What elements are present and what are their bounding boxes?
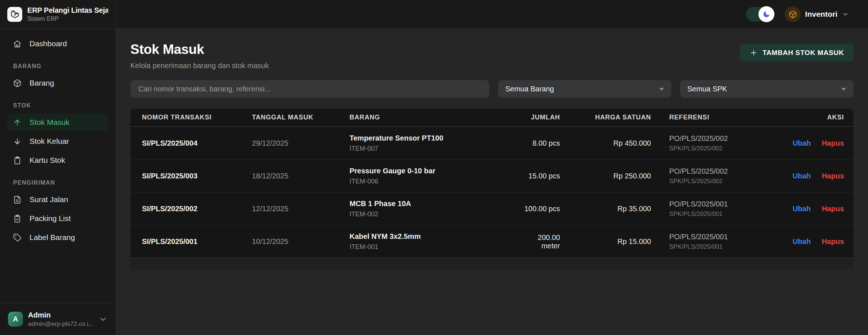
delete-link[interactable]: Hapus <box>822 172 844 180</box>
cell-nomor-transaksi: SI/PLS/2025/001 <box>142 237 252 246</box>
sidebar-item-dashboard[interactable]: Dashboard <box>7 35 108 52</box>
edit-link[interactable]: Ubah <box>793 172 811 180</box>
column-header-referensi: REFERENSI <box>651 114 782 121</box>
column-header-nomor: NOMOR TRANSAKSI <box>142 114 252 121</box>
sidebar-item-barang[interactable]: Barang <box>7 75 108 91</box>
sidebar-section-pengiriman: PENGIRIMAN <box>7 180 108 186</box>
cell-tanggal-masuk: 29/12/2025 <box>252 139 350 147</box>
clipboard-check-icon <box>13 214 21 223</box>
main-content: Stok Masuk Kelola penerimaan barang dan … <box>116 29 868 335</box>
dark-mode-toggle[interactable] <box>746 7 774 21</box>
spk-filter-select[interactable]: Semua SPK <box>680 80 853 98</box>
cell-referensi: PO/PLS/2025/002 SPK/PLS/2025/002 <box>651 134 782 152</box>
arrow-down-icon <box>13 137 21 146</box>
sidebar-item-label: Surat Jalan <box>29 195 68 204</box>
cell-jumlah: 8.00 pcs <box>520 139 560 147</box>
plus-icon <box>750 49 758 57</box>
cell-nomor-transaksi: SI/PLS/2025/003 <box>142 172 252 180</box>
chevron-down-icon <box>99 315 107 324</box>
cell-nomor-transaksi: SI/PLS/2025/002 <box>142 205 252 213</box>
app-title: ERP Pelangi Lintas Sejaht... <box>27 6 108 15</box>
user-email: admin@erp-pls72.co.i... <box>28 320 94 328</box>
column-header-jumlah: JUMLAH <box>520 114 560 121</box>
stock-in-table-card: NOMOR TRANSAKSI TANGGAL MASUK BARANG JUM… <box>130 109 853 270</box>
cell-aksi: Ubah Hapus <box>782 172 844 180</box>
barang-code: ITEM-007 <box>350 145 520 153</box>
cell-referensi: PO/PLS/2025/001 SPK/PLS/2025/001 <box>651 200 782 218</box>
chevron-down-icon <box>842 11 849 18</box>
sidebar-item-stok-keluar[interactable]: Stok Keluar <box>7 133 108 150</box>
edit-link[interactable]: Ubah <box>793 139 811 147</box>
sidebar-item-surat-jalan[interactable]: Surat Jalan <box>7 191 108 208</box>
cell-jumlah: 15.00 pcs <box>520 172 560 180</box>
search-input[interactable] <box>130 80 489 98</box>
cell-harga-satuan: Rp 450.000 <box>560 139 651 147</box>
package-icon <box>13 79 21 87</box>
table-row: SI/PLS/2025/004 29/12/2025 Temperature S… <box>130 127 853 159</box>
delete-link[interactable]: Hapus <box>822 139 844 147</box>
cell-aksi: Ubah Hapus <box>782 237 844 246</box>
cell-aksi: Ubah Hapus <box>782 205 844 213</box>
page-title: Stok Masuk <box>130 42 269 57</box>
moon-icon <box>762 10 770 18</box>
sidebar-item-label: Stok Keluar <box>29 137 69 146</box>
cell-tanggal-masuk: 12/12/2025 <box>252 205 350 213</box>
sidebar: Dashboard BARANG Barang STOK Stok Masuk <box>0 29 116 335</box>
app-subtitle: Sistem ERP <box>27 16 108 22</box>
referensi-spk: SPK/PLS/2025/002 <box>669 178 782 185</box>
add-stock-in-button[interactable]: TAMBAH STOK MASUK <box>740 44 853 61</box>
sidebar-item-kartu-stok[interactable]: Kartu Stok <box>7 152 108 169</box>
delete-link[interactable]: Hapus <box>822 237 844 246</box>
cell-tanggal-masuk: 18/12/2025 <box>252 172 350 180</box>
app-brand: ERP Pelangi Lintas Sejaht... Sistem ERP <box>0 0 116 29</box>
avatar: A <box>8 312 23 327</box>
cell-referensi: PO/PLS/2025/002 SPK/PLS/2025/002 <box>651 167 782 185</box>
chevron-down-icon <box>658 86 665 92</box>
referensi-po: PO/PLS/2025/002 <box>669 134 782 143</box>
cell-tanggal-masuk: 10/12/2025 <box>252 237 350 246</box>
cell-jumlah: 200.00 meter <box>520 233 560 250</box>
barang-code: ITEM-002 <box>350 210 520 218</box>
page-subtitle: Kelola penerimaan barang dan stok masuk <box>130 62 269 70</box>
cell-jumlah: 100.00 pcs <box>520 205 560 213</box>
delete-link[interactable]: Hapus <box>822 205 844 213</box>
edit-link[interactable]: Ubah <box>793 237 811 246</box>
referensi-spk: SPK/PLS/2025/001 <box>669 243 782 251</box>
cell-referensi: PO/PLS/2025/001 SPK/PLS/2025/001 <box>651 233 782 251</box>
sidebar-section-stok: STOK <box>7 102 108 109</box>
sidebar-item-stok-masuk[interactable]: Stok Masuk <box>7 114 108 131</box>
sidebar-item-label: Kartu Stok <box>29 156 65 165</box>
cell-harga-satuan: Rp 15.000 <box>560 237 651 246</box>
table-footer <box>130 258 853 270</box>
table-header-row: NOMOR TRANSAKSI TANGGAL MASUK BARANG JUM… <box>130 109 853 127</box>
barang-filter-select[interactable]: Semua Barang <box>498 80 671 98</box>
cell-aksi: Ubah Hapus <box>782 139 844 147</box>
referensi-spk: SPK/PLS/2025/001 <box>669 210 782 218</box>
sidebar-item-packing-list[interactable]: Packing List <box>7 210 108 227</box>
sidebar-nav: Dashboard BARANG Barang STOK Stok Masuk <box>0 29 115 303</box>
search-box <box>130 80 489 98</box>
brand-text: ERP Pelangi Lintas Sejaht... Sistem ERP <box>27 6 108 22</box>
column-header-aksi: AKSI <box>782 114 844 121</box>
sidebar-item-label-barang[interactable]: Label Barang <box>7 229 108 246</box>
column-header-barang: BARANG <box>350 114 520 121</box>
module-switcher[interactable]: Inventori <box>785 6 849 22</box>
barang-name: Temperature Sensor PT100 <box>350 134 520 142</box>
barang-name: MCB 1 Phase 10A <box>350 200 520 208</box>
spk-filter-value: Semua SPK <box>687 85 727 93</box>
file-text-icon <box>13 196 21 204</box>
tag-icon <box>13 233 21 242</box>
page-title-block: Stok Masuk Kelola penerimaan barang dan … <box>130 42 269 70</box>
sidebar-section-barang: BARANG <box>7 63 108 70</box>
cell-barang: Pressure Gauge 0-10 bar ITEM-006 <box>350 167 520 185</box>
barang-code: ITEM-001 <box>350 243 520 251</box>
toggle-thumb <box>758 6 774 22</box>
column-header-tanggal: TANGGAL MASUK <box>252 114 350 121</box>
column-header-harga: HARGA SATUAN <box>560 114 651 121</box>
home-icon <box>13 40 21 48</box>
edit-link[interactable]: Ubah <box>793 205 811 213</box>
laravel-logo-icon <box>7 7 22 22</box>
referensi-po: PO/PLS/2025/002 <box>669 167 782 176</box>
user-menu[interactable]: A Admin admin@erp-pls72.co.i... <box>0 303 115 335</box>
referensi-po: PO/PLS/2025/001 <box>669 200 782 208</box>
